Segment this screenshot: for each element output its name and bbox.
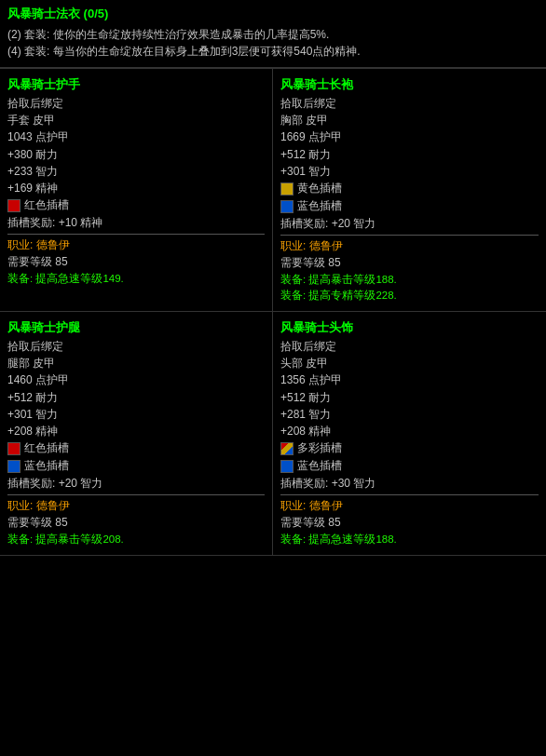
legs-socket1: 红色插槽 <box>7 440 265 456</box>
gloves-slot: 手套 皮甲 <box>7 113 265 128</box>
legs-socket2: 蓝色插槽 <box>7 458 265 474</box>
head-bind: 拾取后绑定 <box>280 339 539 355</box>
head-socket2: 蓝色插槽 <box>280 458 539 474</box>
gloves-stat1: +380 耐力 <box>7 147 265 163</box>
legs-socket1-label: 红色插槽 <box>24 440 69 456</box>
gloves-req: 需要等级 85 <box>7 254 265 270</box>
chest-socket1-label: 黄色插槽 <box>297 181 342 196</box>
gloves-stat2: +233 智力 <box>7 164 265 180</box>
chest-socket-bonus: 插槽奖励: +20 智力 <box>280 216 539 232</box>
gloves-armor: 1043 点护甲 <box>7 129 265 145</box>
red-gem-icon <box>7 199 20 212</box>
head-slot: 头部 皮甲 <box>280 356 539 371</box>
legs-stat1: +512 耐力 <box>7 390 265 406</box>
head-socket1-label: 多彩插槽 <box>297 440 342 456</box>
head-stat2: +281 智力 <box>280 407 539 423</box>
gloves-name: 风暴骑士护手 <box>7 76 265 93</box>
chest-bind: 拾取后绑定 <box>280 96 539 112</box>
items-grid: 风暴骑士护手 拾取后绑定 手套 皮甲 1043 点护甲 +380 耐力 +233… <box>0 68 546 556</box>
chest-stat2: +301 智力 <box>280 164 539 180</box>
legs-socket2-label: 蓝色插槽 <box>24 458 69 474</box>
head-stat3: +208 精神 <box>280 424 539 439</box>
gloves-socket-bonus: 插槽奖励: +10 精神 <box>7 215 265 231</box>
head-req: 需要等级 85 <box>280 515 539 531</box>
legs-slot: 腿部 皮甲 <box>7 356 265 371</box>
legs-stat2: +301 智力 <box>7 407 265 423</box>
legs-bind: 拾取后绑定 <box>7 339 265 355</box>
chest-slot: 胸部 皮甲 <box>280 113 539 128</box>
chest-name: 风暴骑士长袍 <box>280 76 539 93</box>
chest-equip2: 装备: 提高专精等级228. <box>280 289 539 303</box>
yellow-gem-icon <box>280 182 293 196</box>
legs-armor: 1460 点护甲 <box>7 372 265 388</box>
item-gloves: 风暴骑士护手 拾取后绑定 手套 皮甲 1043 点护甲 +380 耐力 +233… <box>0 69 273 312</box>
set-title: 风暴骑士法衣 (0/5) <box>7 6 539 22</box>
set-desc-line1: (2) 套装: 使你的生命绽放持续性治疗效果造成暴击的几率提高5%. <box>7 26 539 43</box>
multi-gem-icon <box>280 442 293 455</box>
chest-armor: 1669 点护甲 <box>280 129 539 145</box>
gloves-class: 职业: 德鲁伊 <box>7 237 265 253</box>
head-class: 职业: 德鲁伊 <box>280 498 539 514</box>
chest-equip1: 装备: 提高暴击等级188. <box>280 273 539 287</box>
blue-gem-icon3 <box>280 460 293 473</box>
blue-gem-icon <box>280 200 293 213</box>
legs-req: 需要等级 85 <box>7 515 265 531</box>
chest-socket2-label: 蓝色插槽 <box>297 198 342 214</box>
gloves-bind: 拾取后绑定 <box>7 96 265 112</box>
main-container: 风暴骑士法衣 (0/5) (2) 套装: 使你的生命绽放持续性治疗效果造成暴击的… <box>0 0 546 556</box>
chest-req: 需要等级 85 <box>280 255 539 271</box>
head-stat1: +512 耐力 <box>280 390 539 406</box>
head-socket2-label: 蓝色插槽 <box>297 458 342 474</box>
head-name: 风暴骑士头饰 <box>280 319 539 336</box>
item-head: 风暴骑士头饰 拾取后绑定 头部 皮甲 1356 点护甲 +512 耐力 +281… <box>273 312 546 556</box>
gloves-equip1: 装备: 提高急速等级149. <box>7 272 265 286</box>
set-desc-line2: (4) 套装: 每当你的生命绽放在目标身上叠加到3层便可获得540点的精神. <box>7 43 539 60</box>
item-chest: 风暴骑士长袍 拾取后绑定 胸部 皮甲 1669 点护甲 +512 耐力 +301… <box>273 69 546 312</box>
legs-class: 职业: 德鲁伊 <box>7 498 265 514</box>
item-legs: 风暴骑士护腿 拾取后绑定 腿部 皮甲 1460 点护甲 +512 耐力 +301… <box>0 312 273 556</box>
legs-name: 风暴骑士护腿 <box>7 319 265 336</box>
chest-socket2: 蓝色插槽 <box>280 198 539 214</box>
legs-socket-bonus: 插槽奖励: +20 智力 <box>7 476 265 492</box>
legs-equip1: 装备: 提高暴击等级208. <box>7 533 265 547</box>
set-panel: 风暴骑士法衣 (0/5) (2) 套装: 使你的生命绽放持续性治疗效果造成暴击的… <box>0 0 546 68</box>
gloves-stat3: +169 精神 <box>7 181 265 196</box>
head-armor: 1356 点护甲 <box>280 372 539 388</box>
chest-socket1: 黄色插槽 <box>280 181 539 196</box>
chest-stat1: +512 耐力 <box>280 147 539 163</box>
gloves-socket1: 红色插槽 <box>7 197 265 213</box>
gloves-socket1-label: 红色插槽 <box>24 197 69 213</box>
chest-class: 职业: 德鲁伊 <box>280 238 539 254</box>
legs-stat3: +208 精神 <box>7 424 265 439</box>
blue-gem-icon2 <box>7 460 20 473</box>
head-socket-bonus: 插槽奖励: +30 智力 <box>280 476 539 492</box>
head-equip1: 装备: 提高急速等级188. <box>280 533 539 547</box>
head-socket1: 多彩插槽 <box>280 440 539 456</box>
red-gem-icon2 <box>7 442 20 455</box>
